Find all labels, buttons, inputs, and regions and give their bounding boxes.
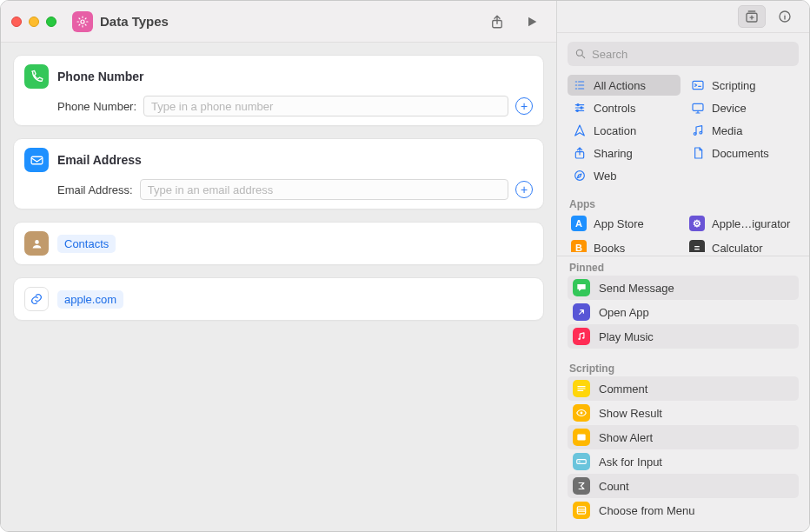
action-email-address[interactable]: Email Address Email Address: + — [13, 138, 544, 209]
workflow-canvas[interactable]: Phone Number Phone Number: + Email Addre… — [1, 43, 556, 531]
svg-point-18 — [578, 338, 580, 340]
shortcut-icon — [72, 11, 93, 32]
pinned-action[interactable]: Open App — [568, 300, 799, 324]
svg-point-20 — [581, 412, 583, 415]
document-icon — [691, 146, 705, 160]
scripting-action[interactable]: Show Alert — [568, 425, 799, 449]
app-label: Books — [594, 242, 625, 252]
app-item[interactable]: AApp Store — [568, 212, 681, 235]
category-controls[interactable]: Controls — [568, 97, 681, 118]
mail-icon — [24, 148, 49, 172]
app-label: Apple…igurator — [712, 217, 790, 230]
pinned-action[interactable]: Play Music — [568, 324, 799, 349]
action-url[interactable]: apple.com — [13, 277, 544, 321]
svg-rect-9 — [693, 82, 703, 90]
close-button[interactable] — [11, 17, 22, 27]
svg-point-12 — [576, 110, 578, 112]
add-variable-button[interactable]: + — [515, 181, 533, 198]
svg-point-7 — [785, 14, 786, 15]
list-item-label: Show Alert — [599, 431, 653, 444]
list-item-label: Play Music — [599, 330, 654, 343]
svg-rect-13 — [693, 104, 703, 111]
app-item[interactable]: ⚙Apple…igurator — [686, 212, 799, 235]
phone-icon — [24, 64, 49, 89]
phone-number-input[interactable] — [143, 96, 508, 116]
eye-icon — [573, 404, 590, 422]
action-title: Email Address — [57, 153, 142, 167]
category-label: Documents — [712, 147, 769, 160]
library-toggle-button[interactable] — [738, 5, 766, 28]
category-scripting[interactable]: Scripting — [686, 75, 799, 96]
share-button[interactable] — [483, 10, 511, 33]
category-sharing[interactable]: Sharing — [568, 143, 681, 163]
app-label: App Store — [594, 217, 644, 230]
pinned-header: Pinned — [557, 256, 809, 276]
info-button[interactable] — [771, 5, 799, 28]
category-web[interactable]: Web — [568, 165, 681, 186]
zoom-button[interactable] — [46, 17, 56, 27]
pinned-action[interactable]: Send Message — [568, 276, 799, 300]
sigma-icon — [573, 477, 590, 495]
search-input[interactable] — [592, 48, 792, 61]
scripting-actions-list: CommentShow ResultShow AlertAsk for Inpu… — [557, 376, 809, 531]
category-documents[interactable]: Documents — [686, 143, 799, 163]
apps-grid: AApp Store⚙Apple…iguratorBBooks=Calculat… — [557, 212, 809, 252]
category-label: Sharing — [594, 147, 633, 160]
category-media[interactable]: Media — [686, 120, 799, 141]
category-grid: All ActionsScriptingControlsDeviceLocati… — [557, 73, 809, 193]
input-icon — [573, 453, 590, 470]
nav-icon — [573, 123, 587, 137]
music-icon — [691, 123, 705, 137]
list-item-label: Ask for Input — [599, 456, 662, 469]
monitor-icon — [691, 101, 705, 115]
url-chip[interactable]: apple.com — [57, 290, 123, 309]
contacts-chip[interactable]: Contacts — [57, 235, 116, 253]
category-label: Device — [712, 102, 747, 115]
scripting-action[interactable]: Ask for Input — [568, 449, 799, 474]
svg-marker-2 — [528, 17, 536, 26]
list-icon — [573, 78, 587, 92]
pinned-list: Send MessageOpen AppPlay Music — [557, 276, 809, 357]
scripting-action[interactable]: Choose from Menu — [568, 498, 799, 522]
app-window: Data Types Phone Number Phone Number: — [0, 0, 810, 532]
scripting-action[interactable]: Count — [568, 474, 799, 498]
param-label: Email Address: — [57, 183, 133, 196]
sidebar-toolbar — [557, 1, 809, 33]
window-title: Data Types — [100, 14, 169, 29]
scripting-action[interactable]: Comment — [568, 376, 799, 401]
category-all[interactable]: All Actions — [568, 75, 681, 96]
email-address-input[interactable] — [140, 179, 508, 200]
category-label: Location — [594, 124, 636, 137]
category-device[interactable]: Device — [686, 97, 799, 118]
window-controls — [11, 17, 56, 27]
open-icon — [573, 303, 590, 321]
svg-point-14 — [694, 133, 696, 136]
app-item[interactable]: BBooks — [568, 236, 681, 252]
share-icon — [573, 146, 587, 160]
action-contacts[interactable]: Contacts — [13, 222, 544, 265]
action-phone-number[interactable]: Phone Number Phone Number: + — [13, 55, 544, 126]
svg-point-8 — [576, 50, 582, 57]
msg-icon — [573, 279, 590, 296]
category-label: Web — [594, 170, 617, 183]
search-field-wrap[interactable] — [568, 42, 799, 66]
minimize-button[interactable] — [29, 17, 39, 27]
category-location[interactable]: Location — [568, 120, 681, 141]
list-item-label: Comment — [599, 382, 647, 396]
compass-icon — [573, 169, 587, 183]
scripting-action[interactable]: Show Result — [568, 401, 799, 425]
action-header: Phone Number — [24, 64, 533, 89]
app-item[interactable]: =Calculator — [686, 236, 799, 252]
run-button[interactable] — [518, 10, 546, 33]
list-item-label: Choose from Menu — [599, 504, 695, 517]
add-variable-button[interactable]: + — [515, 97, 533, 115]
list-item-label: Open App — [599, 306, 649, 319]
terminal-icon — [691, 78, 705, 92]
sliders-icon — [573, 101, 587, 115]
apps-header: Apps — [557, 193, 809, 212]
param-row: Email Address: + — [24, 179, 533, 200]
action-header: Email Address — [24, 148, 533, 172]
alert-icon — [573, 429, 590, 446]
category-label: All Actions — [594, 79, 646, 92]
svg-rect-22 — [577, 460, 587, 464]
